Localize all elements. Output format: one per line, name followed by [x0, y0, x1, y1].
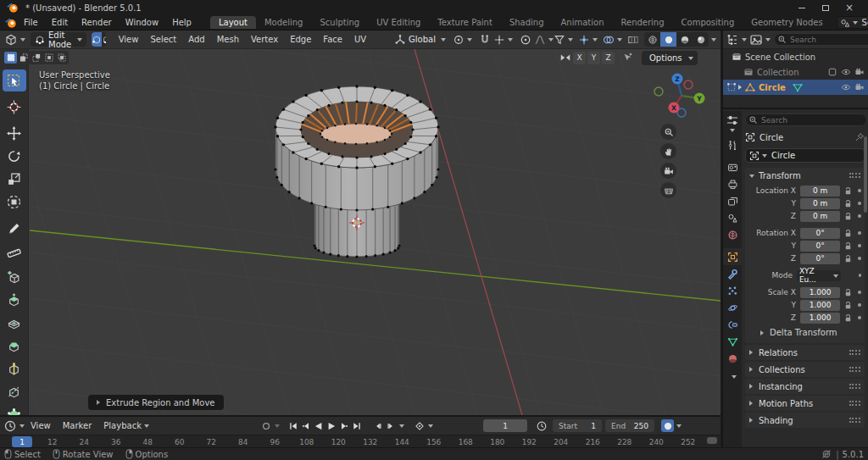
- viewport-menu[interactable]: Add: [182, 33, 210, 46]
- properties-search-input[interactable]: [745, 114, 867, 126]
- blender-menu-icon[interactable]: [5, 17, 17, 29]
- falloff-curve-icon[interactable]: [534, 34, 546, 46]
- panel-grip[interactable]: [849, 384, 860, 389]
- mirror-axis-button[interactable]: Y: [587, 52, 600, 64]
- viewport-3d[interactable]: ZYX: [0, 49, 721, 415]
- lock-icon[interactable]: [843, 212, 853, 221]
- workspace-tab[interactable]: Layout: [210, 16, 256, 29]
- scene-selector[interactable]: Scene ×: [837, 16, 868, 29]
- properties-scrollbar[interactable]: [864, 136, 867, 213]
- transform-panel-header[interactable]: Transform: [745, 168, 865, 183]
- select-option-button[interactable]: [30, 52, 42, 64]
- animate-dot[interactable]: [858, 214, 861, 218]
- mirror-axis-button[interactable]: X: [573, 52, 586, 64]
- lock-icon[interactable]: [843, 288, 853, 297]
- animate-dot[interactable]: [858, 316, 861, 319]
- scale-value-field[interactable]: 1.000: [800, 313, 840, 324]
- panel-grip[interactable]: [849, 401, 860, 406]
- display-mode-icon[interactable]: [749, 33, 763, 47]
- tool-button[interactable]: [3, 312, 26, 334]
- tool-button[interactable]: [3, 122, 26, 144]
- clock-icon[interactable]: [536, 420, 548, 432]
- workspace-tab[interactable]: UV Editing: [368, 16, 429, 29]
- shading-mode-button[interactable]: [676, 32, 693, 47]
- location-value-field[interactable]: 0 m: [800, 198, 840, 209]
- viewport-menu[interactable]: Face: [317, 33, 348, 46]
- play-button[interactable]: [325, 419, 337, 432]
- next-keyframe-button[interactable]: [337, 419, 350, 432]
- viewport-menu[interactable]: Vertex: [245, 33, 284, 46]
- workspace-tab[interactable]: Texture Paint: [429, 16, 501, 29]
- overlays-toggle-icon[interactable]: [603, 34, 615, 46]
- workspace-tab[interactable]: Compositing: [673, 16, 743, 29]
- animate-dot[interactable]: [858, 291, 861, 294]
- tool-button[interactable]: [3, 240, 26, 262]
- timeline-ruler[interactable]: 1 12 24 36 48 60 72 84 96 108 120: [0, 435, 721, 447]
- hide-icon[interactable]: [841, 67, 851, 77]
- vertex-select-button[interactable]: [92, 32, 102, 47]
- outliner-search-input[interactable]: [774, 33, 868, 46]
- auto-keyframe-button[interactable]: [259, 419, 272, 432]
- timeline-scrollbar[interactable]: [707, 437, 717, 444]
- scene-name[interactable]: Scene: [858, 18, 868, 27]
- tool-button[interactable]: [3, 403, 26, 415]
- tool-button[interactable]: [3, 96, 26, 118]
- animate-dot[interactable]: [858, 189, 861, 192]
- hide-icon[interactable]: [841, 82, 851, 92]
- viewport-menu[interactable]: Mesh: [211, 33, 245, 46]
- snap-toggle-icon[interactable]: [479, 34, 491, 46]
- frame-start-field[interactable]: Start1: [553, 419, 602, 432]
- lock-icon[interactable]: [843, 199, 853, 208]
- location-value-field[interactable]: 0 m: [800, 211, 840, 222]
- editor-type-icon[interactable]: [4, 33, 18, 47]
- tool-button[interactable]: [3, 357, 26, 380]
- gizmos-toggle-icon[interactable]: [578, 34, 590, 46]
- properties-tab[interactable]: [723, 299, 742, 316]
- breadcrumb-label[interactable]: Circle: [760, 133, 783, 142]
- menubar-menu[interactable]: Window: [119, 16, 165, 29]
- outliner-item-label[interactable]: Circle: [759, 83, 786, 92]
- tool-button[interactable]: [3, 69, 26, 91]
- snap-target-icon[interactable]: [493, 34, 505, 46]
- viewport-menu[interactable]: Edge: [284, 33, 317, 46]
- animate-dot[interactable]: [858, 244, 861, 247]
- extensions-offline-icon[interactable]: [821, 449, 832, 459]
- shading-mode-button[interactable]: [644, 32, 660, 47]
- lock-icon[interactable]: [843, 186, 853, 196]
- panel-grip[interactable]: [849, 173, 860, 178]
- previous-keyframe-button[interactable]: [299, 419, 312, 432]
- rotation-value-field[interactable]: 0°: [800, 228, 840, 239]
- menubar-menu[interactable]: Edit: [45, 16, 75, 29]
- tool-button[interactable]: [3, 335, 26, 357]
- timeline-menu[interactable]: Marker: [57, 419, 98, 432]
- scale-value-field[interactable]: 1.000: [800, 287, 840, 298]
- disable-render-icon[interactable]: [854, 82, 865, 92]
- properties-tab[interactable]: [723, 192, 742, 209]
- location-value-field[interactable]: 0 m: [800, 186, 840, 197]
- properties-tab[interactable]: [723, 209, 742, 226]
- properties-tab[interactable]: [723, 333, 742, 350]
- properties-tab[interactable]: [723, 158, 742, 175]
- menubar-menu[interactable]: Help: [165, 16, 198, 29]
- tool-button[interactable]: [3, 168, 26, 190]
- orientation-label[interactable]: Global: [406, 35, 438, 44]
- frame-back-button[interactable]: [371, 419, 384, 432]
- operator-panel[interactable]: Extrude Region and Move: [88, 395, 224, 410]
- mode-dropdown[interactable]: Edit Mode: [31, 32, 86, 47]
- mirror-axis-button[interactable]: Z: [602, 52, 615, 64]
- timeline-menu[interactable]: View: [25, 419, 57, 432]
- tool-button[interactable]: [3, 191, 26, 213]
- properties-tab[interactable]: [723, 316, 742, 333]
- viewport-menu[interactable]: UV: [348, 33, 372, 46]
- animate-dot[interactable]: [858, 257, 861, 260]
- rotation-value-field[interactable]: 0°: [800, 241, 840, 252]
- object-name-value[interactable]: Circle: [771, 151, 795, 160]
- lock-icon[interactable]: [843, 229, 853, 238]
- workspace-tab[interactable]: Animation: [553, 16, 613, 29]
- outliner-row-collection[interactable]: Collection: [723, 64, 868, 80]
- collapsed-panel-header[interactable]: Instancing: [745, 379, 865, 394]
- exclude-checkbox-icon[interactable]: [827, 67, 837, 77]
- shading-mode-button[interactable]: [693, 32, 709, 47]
- lock-icon[interactable]: [843, 254, 853, 263]
- properties-tab[interactable]: [723, 226, 742, 243]
